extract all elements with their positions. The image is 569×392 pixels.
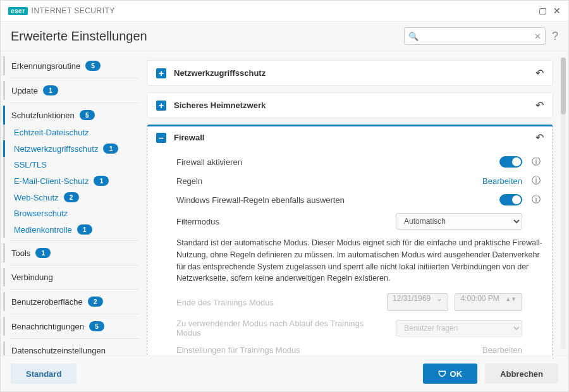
- sidebar-item-label: SSL/TLS: [14, 160, 47, 169]
- sidebar-item[interactable]: Medienkontrolle1: [3, 221, 145, 238]
- sidebar-item[interactable]: Web-Schutz2: [3, 189, 145, 205]
- row-label-winfw: Windows Firewall-Regeln ebenfalls auswer…: [176, 195, 493, 205]
- row-label-rules: Regeln: [176, 176, 476, 186]
- sidebar-item[interactable]: E-Mail-Client-Schutz1: [3, 173, 145, 189]
- sidebar-item[interactable]: Netzwerkzugriffsschutz1: [3, 140, 145, 157]
- search-input[interactable]: [419, 31, 534, 42]
- sidebar-item-label: Benutzeroberfläche: [11, 297, 83, 307]
- toggle-enable-firewall[interactable]: [499, 156, 522, 168]
- shield-icon: 🛡: [438, 369, 446, 379]
- filtermode-description: Standard ist der automatische Modus. Die…: [176, 233, 544, 290]
- count-badge: 1: [43, 85, 58, 95]
- panel-header-home-network[interactable]: + Sicheres Heimnetzwerk ↶: [147, 93, 553, 118]
- sidebar-item[interactable]: Datenschutzeinstellungen: [3, 341, 145, 355]
- expand-icon: +: [156, 68, 166, 78]
- row-label-training-settings: Einstellungen für Trainings Modus: [176, 345, 476, 355]
- help-icon[interactable]: ?: [552, 30, 558, 43]
- sidebar-item[interactable]: Browserschutz: [3, 205, 145, 221]
- sidebar-item-label: Update: [11, 86, 38, 95]
- sidebar-item-label: Netzwerkzugriffsschutz: [14, 144, 98, 154]
- count-badge: 2: [64, 192, 79, 202]
- info-icon[interactable]: ⓘ: [532, 175, 541, 187]
- sidebar-item[interactable]: Benachrichtigungen5: [3, 317, 145, 336]
- toggle-winfw[interactable]: [499, 194, 522, 205]
- undo-icon[interactable]: ↶: [535, 67, 544, 79]
- sidebar: Erkennungsroutine5Update1Schutzfunktione…: [1, 51, 145, 355]
- sidebar-item[interactable]: Benutzeroberfläche2: [3, 292, 145, 311]
- sidebar-item-label: E-Mail-Client-Schutz: [14, 176, 89, 186]
- sidebar-item-label: Web-Schutz: [14, 193, 59, 202]
- sidebar-item[interactable]: Update1: [3, 81, 145, 100]
- collapse-icon: –: [156, 133, 166, 143]
- page-title: Erweiterte Einstellungen: [11, 29, 147, 44]
- default-button[interactable]: Standard: [11, 364, 76, 384]
- count-badge: 5: [85, 61, 101, 71]
- window-maximize-icon[interactable]: ▢: [539, 6, 547, 16]
- search-clear-icon[interactable]: ✕: [534, 32, 541, 41]
- count-badge: 5: [80, 110, 95, 120]
- sidebar-item[interactable]: Echtzeit-Dateischutz: [3, 125, 145, 140]
- sidebar-item[interactable]: Erkennungsroutine5: [3, 56, 145, 75]
- panel-header-firewall[interactable]: – Firewall ↶: [147, 125, 553, 150]
- link-edit-rules[interactable]: Bearbeiten: [482, 176, 522, 186]
- count-badge: 2: [88, 297, 103, 307]
- panel-title: Firewall: [174, 133, 528, 142]
- count-badge: 5: [89, 321, 104, 331]
- scrollbar-thumb[interactable]: [561, 58, 566, 114]
- search-box[interactable]: 🔍 ✕: [404, 27, 546, 45]
- sidebar-item[interactable]: Schutzfunktionen5: [3, 106, 145, 125]
- stepper-icon: ▲▼: [505, 296, 517, 302]
- brand-logo: eser: [8, 7, 28, 15]
- ok-button[interactable]: 🛡OK: [423, 364, 478, 384]
- sidebar-item[interactable]: Verbindung: [3, 268, 145, 286]
- search-icon: 🔍: [408, 32, 419, 41]
- brand-text: INTERNET SECURITY: [32, 6, 115, 15]
- sidebar-item[interactable]: SSL/TLS: [3, 157, 145, 173]
- undo-icon[interactable]: ↶: [535, 99, 544, 111]
- scrollbar-vertical[interactable]: [561, 58, 566, 349]
- panel-title: Sicheres Heimnetzwerk: [174, 101, 528, 110]
- time-training-end: 4:00:00 PM ▲▼: [455, 293, 522, 311]
- sidebar-item-label: Verbindung: [11, 273, 53, 282]
- info-icon[interactable]: ⓘ: [532, 156, 541, 168]
- sidebar-item[interactable]: Tools1: [3, 243, 145, 262]
- window-close-icon[interactable]: ✕: [553, 6, 561, 16]
- chevron-down-icon: ⌄: [436, 294, 443, 303]
- count-badge: 1: [77, 224, 92, 235]
- sidebar-item-label: Benachrichtigungen: [11, 322, 84, 331]
- panel-title: Netzwerkzugriffsschutz: [174, 68, 528, 78]
- date-training-end: 12/31/1969 ⌄: [387, 293, 448, 311]
- sidebar-item-label: Tools: [11, 248, 30, 258]
- info-icon[interactable]: ⓘ: [532, 194, 541, 205]
- sidebar-item-label: Datenschutzeinstellungen: [11, 346, 106, 355]
- link-training-settings: Bearbeiten: [482, 345, 522, 355]
- sidebar-item-label: Echtzeit-Dateischutz: [14, 128, 89, 137]
- count-badge: 1: [103, 144, 118, 154]
- sidebar-item-label: Schutzfunktionen: [11, 111, 75, 120]
- row-label-training-end: Ende des Trainings Modus: [176, 298, 381, 307]
- expand-icon: +: [156, 101, 166, 111]
- sidebar-item-label: Browserschutz: [14, 209, 68, 218]
- panel-header-network-protection[interactable]: + Netzwerkzugriffsschutz ↶: [147, 61, 553, 85]
- undo-icon[interactable]: ↶: [535, 132, 544, 144]
- count-badge: 1: [94, 176, 109, 186]
- row-label-after-training: Zu verwendender Modus nach Ablauf des Tr…: [176, 319, 389, 338]
- count-badge: 1: [35, 248, 51, 258]
- row-label-enable-firewall: Firewall aktivieren: [176, 157, 493, 167]
- select-after-training: Benutzer fragen: [396, 320, 522, 336]
- row-label-filtermode: Filtermodus: [176, 217, 389, 226]
- sidebar-item-label: Erkennungsroutine: [11, 61, 80, 71]
- sidebar-item-label: Medienkontrolle: [14, 225, 72, 235]
- cancel-button[interactable]: Abbrechen: [485, 364, 558, 384]
- select-filtermode[interactable]: Automatisch: [396, 213, 522, 230]
